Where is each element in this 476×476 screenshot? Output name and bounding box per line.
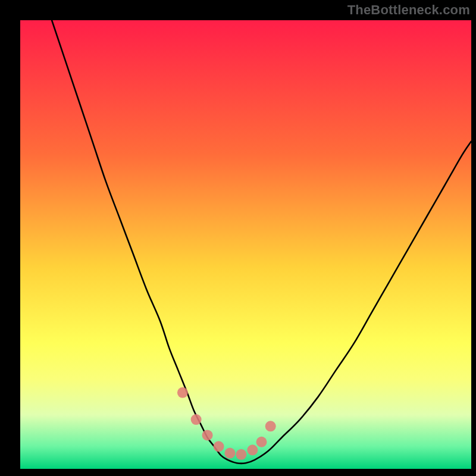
bottleneck-chart <box>0 0 476 476</box>
marker-point <box>202 430 213 440</box>
marker-point <box>214 441 224 452</box>
marker-point <box>236 449 246 460</box>
marker-point <box>256 437 267 447</box>
marker-point <box>177 387 188 398</box>
chart-container: { "watermark": "TheBottleneck.com", "lay… <box>0 0 476 476</box>
marker-point <box>265 421 276 431</box>
plot-background <box>20 20 471 469</box>
watermark-text: TheBottleneck.com <box>347 2 470 18</box>
marker-point <box>224 448 235 459</box>
marker-point <box>247 444 258 455</box>
marker-point <box>191 414 202 425</box>
